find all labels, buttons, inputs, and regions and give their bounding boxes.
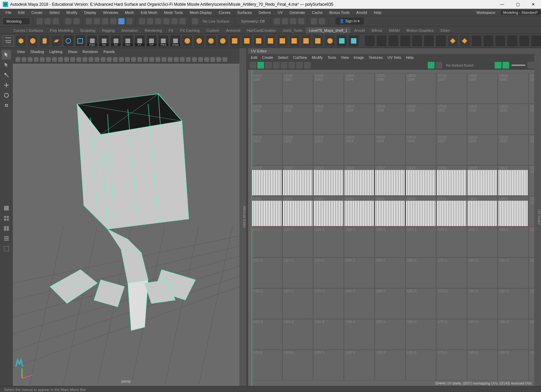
sel-multi-icon[interactable]	[126, 18, 133, 24]
shelf-tool6-icon[interactable]	[424, 35, 434, 46]
sign-in-button[interactable]: 👤 Sign In ▾	[335, 18, 364, 25]
uv-tb-2-icon[interactable]	[257, 62, 264, 69]
menu-help[interactable]: Help	[371, 10, 384, 15]
vp-icon-10[interactable]	[76, 57, 81, 62]
maximize-button[interactable]: ▢	[510, 0, 525, 9]
shelf-tab-fx-caching[interactable]: FX Caching	[177, 27, 203, 33]
shelf-tab-custom[interactable]: Custom	[203, 27, 222, 33]
menu-cache[interactable]: Cache	[309, 10, 325, 15]
shelf-s10-icon[interactable]	[289, 35, 299, 46]
vp-icon-0[interactable]	[16, 57, 20, 62]
shelf-s6-icon[interactable]	[242, 35, 252, 46]
shelf-tool12-icon[interactable]	[495, 35, 505, 46]
menu-bonustools[interactable]: Bonus Tools	[327, 10, 352, 15]
shelf-tool10-icon[interactable]	[472, 35, 481, 46]
shelf-unpa-icon[interactable]: Unpa	[170, 35, 180, 46]
uv-menu-image[interactable]: Image	[354, 55, 364, 59]
render-icon[interactable]	[282, 18, 288, 24]
shelf-cube-icon[interactable]	[16, 35, 26, 46]
menu-generate[interactable]: Generate	[287, 10, 308, 15]
vp-icon-16[interactable]	[113, 57, 118, 62]
shelf-sphere-icon[interactable]	[28, 35, 38, 46]
shelf-square-icon[interactable]	[75, 35, 85, 46]
vp-icon-1[interactable]	[22, 57, 26, 62]
menu-surfaces[interactable]: Surfaces	[235, 10, 255, 15]
mode-selector[interactable]: Modeling	[3, 18, 30, 25]
menu-editmesh[interactable]: Edit Mesh	[138, 10, 160, 15]
uv-tb-6-icon[interactable]	[288, 62, 295, 69]
menu-modify[interactable]: Modify	[64, 10, 80, 15]
ipr-icon[interactable]	[290, 18, 296, 24]
uv-menu-help[interactable]: Help	[406, 55, 414, 59]
shelf-s13-icon[interactable]	[325, 35, 335, 46]
vp-icon-21[interactable]	[143, 57, 148, 62]
menu-edit[interactable]: Edit	[16, 10, 27, 15]
shelf-ft-icon[interactable]: FT	[135, 35, 145, 46]
shelf-tool15-icon[interactable]	[531, 35, 541, 46]
vp-icon-24[interactable]	[162, 57, 166, 62]
shelf-tool4-icon[interactable]	[400, 35, 410, 46]
shelf-tool7-icon[interactable]	[436, 35, 446, 46]
redo-icon[interactable]	[73, 18, 79, 24]
shelf-pref-button[interactable]: Pref	[3, 35, 14, 46]
shelf-tab-motion-graphics[interactable]: Motion Graphics	[403, 27, 437, 33]
shelf-tool8-icon[interactable]	[448, 35, 458, 46]
shelf-s2-icon[interactable]	[194, 35, 204, 46]
symmetry-selector[interactable]: Symmetry: Off	[238, 18, 267, 24]
menu-display[interactable]: Display	[81, 10, 99, 15]
lasso-tool[interactable]	[2, 60, 11, 70]
select-tool[interactable]	[2, 50, 11, 59]
history-icon[interactable]	[274, 18, 280, 24]
vp-menu-lighting[interactable]: Lighting	[49, 50, 63, 54]
vp-icon-17[interactable]	[119, 57, 124, 62]
uv-grid-view[interactable]: U1V51041U2V51042U3V51043U4V51044U5V51045…	[248, 70, 534, 386]
layout-four-icon[interactable]	[2, 214, 11, 223]
layout-outliner-icon[interactable]	[2, 234, 11, 243]
uv-tb-checker-icon[interactable]	[436, 62, 442, 69]
persp-viewport[interactable]: persp	[13, 64, 239, 386]
shelf-s14-icon[interactable]	[337, 35, 347, 46]
workspace-selector[interactable]: Modeling - Standard*	[500, 9, 541, 16]
open-scene-icon[interactable]	[45, 18, 51, 24]
shelf-hist-icon[interactable]: Hist	[123, 35, 133, 46]
snap-grid-icon[interactable]	[139, 18, 145, 24]
shelf-tool1-icon[interactable]	[365, 35, 375, 46]
shelf-circle-icon[interactable]	[64, 35, 73, 46]
sel-vertex-icon[interactable]	[94, 18, 100, 24]
shelf-import-icon[interactable]: Impo	[87, 35, 97, 46]
live-surface-icon[interactable]	[192, 18, 198, 24]
vp-menu-view[interactable]: View	[17, 50, 25, 54]
vp-icon-34[interactable]	[222, 57, 227, 62]
vp-icon-20[interactable]	[137, 57, 142, 62]
shelf-tab-rigging[interactable]: Rigging	[99, 27, 118, 33]
minimize-button[interactable]: —	[494, 0, 510, 9]
menu-mesh[interactable]: Mesh	[122, 10, 137, 15]
sel-object-icon[interactable]	[86, 18, 92, 24]
shelf-tab-bifrost[interactable]: Bifrost	[368, 27, 385, 33]
menu-meshdisplay[interactable]: Mesh Display	[187, 10, 215, 15]
shelf-s12-icon[interactable]	[313, 35, 323, 46]
sel-face-icon[interactable]	[110, 18, 116, 24]
shelf-s11-icon[interactable]	[301, 35, 311, 46]
uv-tb-4-icon[interactable]	[273, 62, 280, 69]
shelf-s15-icon[interactable]	[349, 35, 358, 46]
vp-menu-renderer[interactable]: Renderer	[83, 50, 98, 54]
uv-tb-shade-icon[interactable]	[495, 62, 501, 69]
menu-create[interactable]: Create	[29, 10, 45, 15]
snap-curve-icon[interactable]	[147, 18, 153, 24]
vp-icon-8[interactable]	[64, 57, 69, 62]
shelf-s7-icon[interactable]	[254, 35, 263, 46]
uv-tb-dim-icon[interactable]	[502, 62, 509, 69]
layout-single-icon[interactable]	[2, 203, 11, 213]
menu-deform[interactable]: Deform	[256, 10, 274, 15]
uv-tb-3-icon[interactable]	[265, 62, 272, 69]
vp-icon-4[interactable]	[40, 57, 45, 62]
uv-menu-textures[interactable]: Textures	[369, 55, 383, 59]
vp-icon-18[interactable]	[125, 57, 130, 62]
vp-menu-shading[interactable]: Shading	[30, 50, 44, 54]
vp-icon-12[interactable]	[89, 57, 93, 62]
menu-meshtools[interactable]: Mesh Tools	[161, 10, 185, 15]
shelf-tab-level75-maya-shelf-1[interactable]: Level75_Maya_shelf_1	[306, 27, 351, 33]
shelf-cp-icon[interactable]: CP	[147, 35, 157, 46]
vp-menu-show[interactable]: Show	[68, 50, 77, 54]
